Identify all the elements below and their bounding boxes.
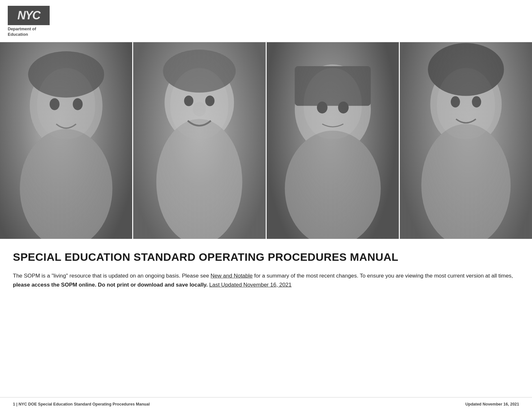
description-paragraph: The SOPM is a "living" resource that is … xyxy=(13,271,516,289)
letter-c: C xyxy=(32,9,40,22)
svg-point-11 xyxy=(193,102,206,116)
bold-notice: please access the SOPM online. Do not pr… xyxy=(13,282,208,288)
svg-point-20 xyxy=(451,96,460,107)
hero-panel-3 xyxy=(267,42,400,239)
new-and-notable-link[interactable]: New and Notable xyxy=(211,273,252,279)
last-updated-text: Last Updated November 16, 2021 xyxy=(209,282,291,288)
footer-right: Updated November 16, 2021 xyxy=(465,402,519,406)
svg-point-3 xyxy=(50,98,60,110)
page-wrapper: NYC Department of Education xyxy=(0,0,532,411)
svg-point-19 xyxy=(421,124,510,239)
letter-n: N xyxy=(17,9,25,22)
nyc-doe-logo: NYC Department of Education xyxy=(8,6,524,37)
description-text-2: for a summary of the most recent changes… xyxy=(253,273,513,279)
hero-panel-1 xyxy=(0,42,133,239)
hero-panel-4 xyxy=(400,42,532,239)
main-content: SPECIAL EDUCATION STANDARD OPERATING PRO… xyxy=(0,239,532,299)
svg-point-7 xyxy=(163,50,236,93)
svg-point-2 xyxy=(20,129,113,239)
logo-box: NYC xyxy=(8,6,50,25)
header: NYC Department of Education xyxy=(0,0,532,42)
svg-rect-13 xyxy=(295,66,371,106)
svg-point-15 xyxy=(317,102,327,113)
hero-image xyxy=(0,42,532,239)
svg-point-8 xyxy=(156,119,242,239)
svg-point-18 xyxy=(428,43,504,96)
page-title: SPECIAL EDUCATION STANDARD OPERATING PRO… xyxy=(13,250,519,264)
hero-panel-2 xyxy=(133,42,266,239)
footer: 1 | NYC DOE Special Education Standard O… xyxy=(0,397,532,411)
svg-point-16 xyxy=(338,102,349,113)
svg-point-4 xyxy=(73,98,83,110)
svg-point-1 xyxy=(28,51,104,98)
svg-point-21 xyxy=(472,96,481,107)
svg-point-9 xyxy=(184,95,193,106)
letter-y: Y xyxy=(25,9,32,22)
footer-left: 1 | NYC DOE Special Education Standard O… xyxy=(13,402,150,406)
department-label: Department of Education xyxy=(8,26,36,37)
svg-point-10 xyxy=(205,95,215,106)
description-text-1: The SOPM is a "living" resource that is … xyxy=(13,273,211,279)
nyc-letters: NYC xyxy=(17,10,40,21)
svg-point-14 xyxy=(285,131,380,239)
